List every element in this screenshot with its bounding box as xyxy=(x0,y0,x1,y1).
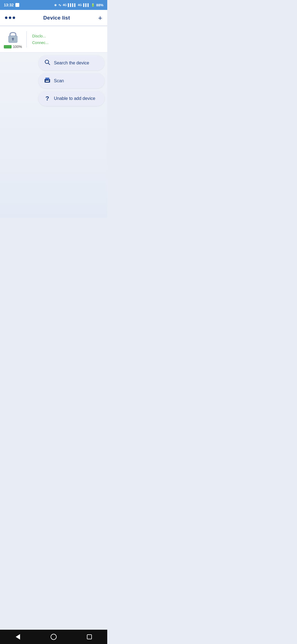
scan-label: Scan xyxy=(54,78,64,83)
main-content: Search the device Scan ? Un xyxy=(0,53,107,218)
signal-bars-icon: ▌▌▌▌ xyxy=(68,3,76,7)
battery-percentage: 100% xyxy=(13,45,22,49)
status-time: 13:32 xyxy=(4,3,14,7)
device-battery-row: 100% xyxy=(4,45,22,49)
signal-4g-icon: 4G xyxy=(63,3,67,7)
battery-fill-bar xyxy=(4,45,12,48)
device-icon-wrapper: 100% xyxy=(5,30,21,49)
battery-icon: 🔋 xyxy=(91,3,95,7)
svg-line-4 xyxy=(48,63,50,65)
scan-menu-item[interactable]: Scan xyxy=(38,73,105,88)
signal-4g2-icon: 4G xyxy=(78,3,82,7)
search-icon xyxy=(44,59,51,67)
dropdown-menu: Search the device Scan ? Un xyxy=(36,53,107,109)
device-info: Disclo... Connec... xyxy=(32,34,102,45)
search-device-label: Search the device xyxy=(54,61,89,66)
svg-rect-2 xyxy=(12,39,13,40)
signal-bars2-icon: ▌▌▌ xyxy=(83,3,90,7)
status-icon xyxy=(15,3,19,7)
app-header: Device list + xyxy=(0,10,107,26)
status-right: ∗ ∿ 4G ▌▌▌▌ 4G ▌▌▌ 🔋 88% xyxy=(54,3,103,7)
search-device-menu-item[interactable]: Search the device xyxy=(38,55,105,70)
more-options-button[interactable] xyxy=(5,17,15,19)
device-connect-status: Connec... xyxy=(32,40,102,45)
unable-to-add-label: Unable to add device xyxy=(54,96,95,101)
battery-percent: 88% xyxy=(96,3,103,7)
bluetooth-icon: ∗ xyxy=(54,3,57,7)
unable-to-add-menu-item[interactable]: ? Unable to add device xyxy=(38,91,105,106)
status-left: 13:32 xyxy=(4,3,19,7)
vertical-divider xyxy=(26,31,27,48)
wifi-icon: ∿ xyxy=(58,3,61,7)
svg-rect-6 xyxy=(45,78,49,80)
page-title: Device list xyxy=(43,15,70,21)
svg-rect-7 xyxy=(46,81,49,82)
lock-icon xyxy=(6,30,20,43)
scan-icon xyxy=(44,77,51,84)
add-device-button[interactable]: + xyxy=(98,14,102,21)
dot1 xyxy=(5,17,7,19)
device-disclose-status: Disclo... xyxy=(32,34,102,38)
dot2 xyxy=(9,17,11,19)
device-list-item[interactable]: 100% Disclo... Connec... xyxy=(0,26,107,53)
svg-point-8 xyxy=(48,80,49,80)
dot3 xyxy=(13,17,15,19)
help-icon: ? xyxy=(44,95,51,102)
status-bar: 13:32 ∗ ∿ 4G ▌▌▌▌ 4G ▌▌▌ 🔋 88% xyxy=(0,0,107,10)
